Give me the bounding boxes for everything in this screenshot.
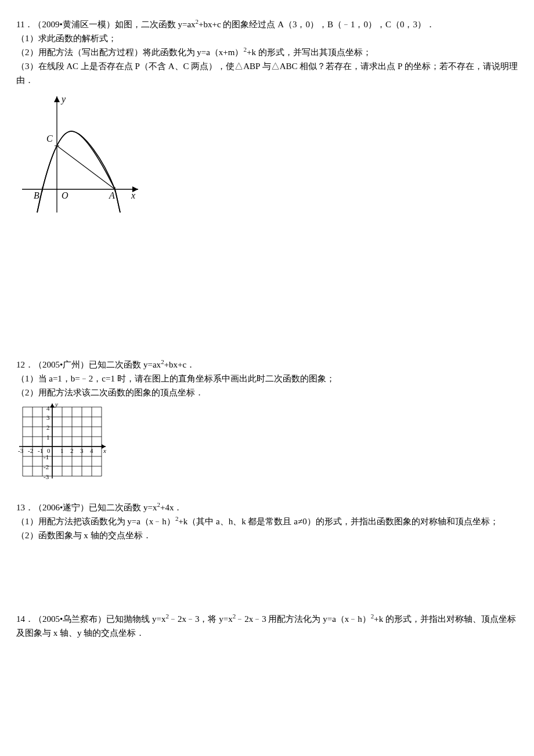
line-CA <box>57 146 115 189</box>
p13-line3: （2）函数图象与 x 轴的交点坐标． <box>16 528 518 542</box>
label-A: A <box>109 190 115 200</box>
text: 13．（2006•遂宁）已知二次函数 y=x <box>16 503 157 512</box>
label-x: x <box>131 190 135 200</box>
xpos-2: 2 <box>70 447 74 454</box>
parabola-graph: y x O A B C <box>16 91 144 218</box>
text: +k（其中 a、h、k 都是常数且 a≠0）的形式，并指出函数图象的对称轴和顶点… <box>178 517 498 526</box>
parabola-curve-2 <box>37 131 120 213</box>
text: +bx+c 的图象经过点 A（3，0），B（﹣1，0），C（0，3）． <box>199 20 435 29</box>
xpos-4: 4 <box>90 447 93 454</box>
p12-line2: （1）当 a=1，b=﹣2，c=1 时，请在图上的直角坐标系中画出此时二次函数的… <box>16 372 518 386</box>
problem-13: 13．（2006•遂宁）已知二次函数 y=x2+4x． （1）用配方法把该函数化… <box>16 501 518 542</box>
grid-graph: y x 0 -3 -2 -1 1 2 3 4 4 3 2 1 -1 -2 <box>16 402 109 483</box>
p11-figure: y x O A B C <box>16 91 518 218</box>
text: ﹣2x﹣3，将 y=x <box>169 614 233 624</box>
p12-figure: y x 0 -3 -2 -1 1 2 3 4 4 3 2 1 -1 -2 <box>16 402 518 483</box>
text: +k 的形式，并写出其顶点坐标； <box>247 48 371 57</box>
p12-line3: （2）用配方法求该二次函数的图象的顶点坐标． <box>16 386 518 399</box>
label-x: x <box>103 447 106 454</box>
p11-line3: （2）用配方法（写出配方过程）将此函数化为 y=a（x+m）2+k 的形式，并写… <box>16 45 518 59</box>
grid-lines <box>23 407 102 476</box>
xneg-3: -3 <box>18 447 24 454</box>
ypos-4: 4 <box>46 405 50 412</box>
problem-12: 12．（2005•广州）已知二次函数 y=ax2+bx+c． （1）当 a=1，… <box>16 358 518 483</box>
p11-line2: （1）求此函数的解析式； <box>16 31 518 45</box>
problem-11: 11．（2009•黄浦区一模）如图，二次函数 y=ax2+bx+c 的图象经过点… <box>16 17 518 218</box>
text: （1）用配方法把该函数化为 y=a（x﹣h） <box>16 517 175 526</box>
text: 11．（2009•黄浦区一模）如图，二次函数 y=ax <box>16 20 196 29</box>
p13-line1: 13．（2006•遂宁）已知二次函数 y=x2+4x． <box>16 501 518 514</box>
xneg-2: -2 <box>28 447 33 454</box>
p11-line1: 11．（2009•黄浦区一模）如图，二次函数 y=ax2+bx+c 的图象经过点… <box>16 17 518 31</box>
label-y: y <box>55 402 58 408</box>
text: ﹣2x﹣3 用配方法化为 y=a（x﹣h） <box>236 614 371 624</box>
text: （2）用配方法（写出配方过程）将此函数化为 y=a（x+m） <box>16 48 244 57</box>
xpos-3: 3 <box>80 447 84 454</box>
text: 12．（2005•广州）已知二次函数 y=ax <box>16 360 161 369</box>
yneg-3: -3 <box>44 473 49 480</box>
y-arrow-icon <box>54 96 60 102</box>
label-B: B <box>34 190 39 200</box>
ypos-3: 3 <box>46 414 50 421</box>
ypos-2: 2 <box>46 424 50 431</box>
problem-14: 14．（2005•乌兰察布）已知抛物线 y=x2﹣2x﹣3，将 y=x2﹣2x﹣… <box>16 612 518 640</box>
p14-line1: 14．（2005•乌兰察布）已知抛物线 y=x2﹣2x﹣3，将 y=x2﹣2x﹣… <box>16 612 518 640</box>
p11-line4: （3）在线段 AC 上是否存在点 P（不含 A、C 两点），使△ABP 与△AB… <box>16 59 518 87</box>
yneg-1: -1 <box>44 453 49 460</box>
p12-line1: 12．（2005•广州）已知二次函数 y=ax2+bx+c． <box>16 358 518 372</box>
xneg-1: -1 <box>38 447 43 454</box>
xpos-1: 1 <box>60 447 64 454</box>
text: +4x． <box>160 503 182 512</box>
text: 14．（2005•乌兰察布）已知抛物线 y=x <box>16 614 165 624</box>
yneg-2: -2 <box>44 463 49 470</box>
p13-line2: （1）用配方法把该函数化为 y=a（x﹣h）2+k（其中 a、h、k 都是常数且… <box>16 514 518 528</box>
label-O: O <box>62 190 68 200</box>
y-arrow-icon <box>50 404 55 408</box>
label-y: y <box>60 94 66 105</box>
text: +bx+c． <box>164 360 196 369</box>
label-C: C <box>46 134 53 143</box>
ypos-1: 1 <box>46 434 50 441</box>
